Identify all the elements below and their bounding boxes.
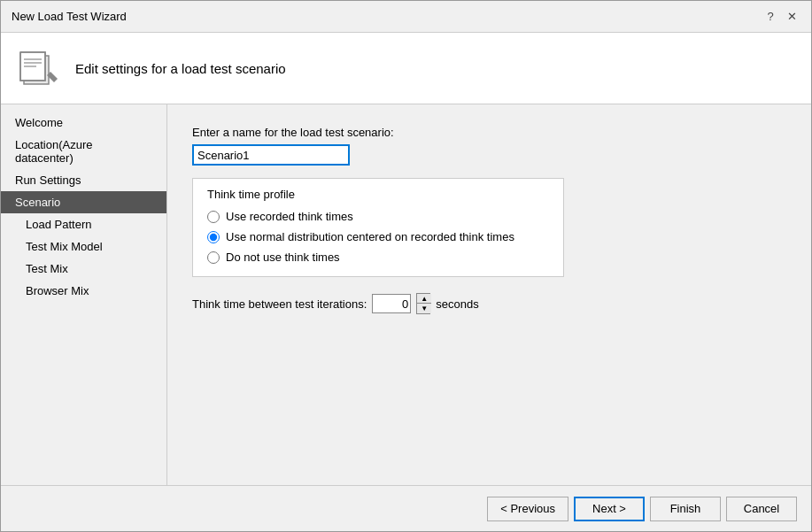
previous-button[interactable]: < Previous <box>487 497 568 521</box>
sidebar-item-load-pattern[interactable]: Load Pattern <box>1 213 166 235</box>
spinner-up-button[interactable]: ▲ <box>417 294 431 304</box>
think-time-group-title: Think time profile <box>207 188 549 201</box>
spinner-arrows: ▲ ▼ <box>416 293 430 314</box>
radio-normal-dist-input[interactable] <box>207 231 220 243</box>
sidebar-item-location[interactable]: Location(Azure datacenter) <box>1 134 166 169</box>
finish-button[interactable]: Finish <box>650 497 721 521</box>
main-wrapper: Welcome Location(Azure datacenter) Run S… <box>1 104 811 531</box>
think-time-row: Think time between test iterations: ▲ ▼ … <box>192 293 786 314</box>
sidebar: Welcome Location(Azure datacenter) Run S… <box>1 104 167 485</box>
radio-normal-dist-label: Use normal distribution centered on reco… <box>226 230 514 243</box>
sidebar-item-test-mix[interactable]: Test Mix <box>1 258 166 280</box>
sidebar-item-welcome[interactable]: Welcome <box>1 112 166 134</box>
think-time-unit: seconds <box>436 297 478 311</box>
sidebar-item-run-settings[interactable]: Run Settings <box>1 169 166 191</box>
think-time-between-label: Think time between test iterations: <box>192 297 367 311</box>
cancel-button[interactable]: Cancel <box>726 497 797 521</box>
header-section: Edit settings for a load test scenario <box>1 33 811 104</box>
header-title: Edit settings for a load test scenario <box>75 61 286 76</box>
title-bar-left: New Load Test Wizard <box>12 10 127 23</box>
content-area: Welcome Location(Azure datacenter) Run S… <box>1 104 811 485</box>
radio-no-think[interactable]: Do not use think times <box>207 251 549 264</box>
radio-normal-dist[interactable]: Use normal distribution centered on reco… <box>207 230 549 243</box>
title-bar: New Load Test Wizard ? ✕ <box>1 1 811 33</box>
think-time-value-input[interactable] <box>372 294 411 313</box>
close-button[interactable]: ✕ <box>783 8 800 26</box>
spinner-down-button[interactable]: ▼ <box>417 304 431 313</box>
help-button[interactable]: ? <box>762 8 779 26</box>
radio-no-think-label: Do not use think times <box>226 251 340 264</box>
scenario-name-input[interactable] <box>192 144 350 166</box>
footer: < Previous Next > Finish Cancel <box>1 485 811 531</box>
next-button[interactable]: Next > <box>574 497 645 521</box>
sidebar-item-test-mix-model[interactable]: Test Mix Model <box>1 235 166 258</box>
title-bar-controls: ? ✕ <box>762 8 800 26</box>
window-title: New Load Test Wizard <box>12 10 127 23</box>
wizard-window: New Load Test Wizard ? ✕ Edit settings f… <box>0 0 812 532</box>
sidebar-item-scenario[interactable]: Scenario <box>1 191 166 213</box>
radio-recorded-label: Use recorded think times <box>226 210 353 223</box>
radio-no-think-input[interactable] <box>207 251 220 264</box>
radio-use-recorded[interactable]: Use recorded think times <box>207 210 549 223</box>
right-panel: Enter a name for the load test scenario:… <box>167 104 811 485</box>
sidebar-item-browser-mix[interactable]: Browser Mix <box>1 280 166 302</box>
scenario-name-label: Enter a name for the load test scenario: <box>192 126 786 139</box>
think-time-group: Think time profile Use recorded think ti… <box>192 178 564 277</box>
wizard-icon <box>19 47 61 89</box>
radio-recorded-input[interactable] <box>207 211 220 223</box>
